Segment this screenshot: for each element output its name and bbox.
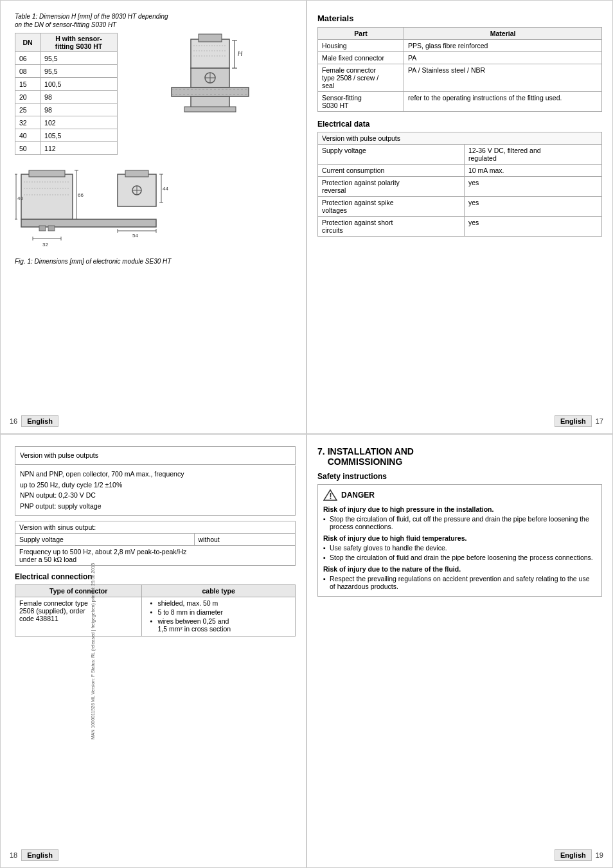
electrical-table: Version with pulse outputs Supply voltag… — [317, 132, 602, 237]
bullet-shielded: shielded, max. 50 m — [150, 599, 291, 607]
danger-bullet-1-1: Stop the circulation of fluid, cut off t… — [323, 515, 596, 530]
table-row: Current consumption 10 mA max. — [318, 165, 602, 177]
page-footer-left: 16 English — [10, 415, 58, 427]
sinus-header-row: Version with sinus output: — [15, 521, 296, 533]
language-badge: English — [555, 849, 592, 861]
col-cable-type: cable type — [142, 584, 296, 597]
fig-caption: Fig. 1: Dimensions [mm] of electronic mo… — [15, 258, 296, 265]
language-badge: English — [21, 849, 58, 861]
pulse-outputs-box: Version with pulse outputs — [15, 446, 296, 465]
table-row: 40105,5 — [15, 129, 118, 142]
dn-table: DN H with sensor-fitting S030 HT 0695,5 … — [15, 33, 118, 155]
elec-section-header: Version with pulse outputs — [318, 132, 602, 145]
col-connector-type: Type of connector — [15, 584, 142, 597]
svg-text:54: 54 — [132, 233, 138, 239]
svg-rect-17 — [184, 107, 236, 112]
svg-text:32: 32 — [42, 242, 48, 248]
svg-text:!: ! — [330, 492, 332, 501]
bullet-wires: wires between 0,25 and1,5 mm² in cross s… — [150, 617, 291, 633]
danger-heading-1: Risk of injury due to high pressure in t… — [323, 505, 596, 513]
table-row: 2098 — [15, 91, 118, 104]
danger-header: ! DANGER — [323, 489, 596, 502]
danger-bullet-2-1: Use safety gloves to handle the device. — [323, 544, 596, 552]
danger-bullet-2-2: Stop the circulation of fluid and drain … — [323, 554, 596, 561]
table-row: Protection against polarityreversal yes — [318, 177, 602, 197]
pulse-line2: up to 250 Hz, duty cycle 1/2 ±10% — [20, 480, 290, 491]
danger-bullet-3-1: Respect the prevailing regulations on ac… — [323, 575, 596, 590]
table-caption: Table 1: Dimension H [mm] of the 8030 HT… — [15, 12, 296, 29]
svg-text:H: H — [238, 50, 243, 57]
safety-title: Safety instructions — [317, 472, 602, 481]
danger-triangle-icon: ! — [323, 489, 337, 502]
pulse-line1: NPN and PNP, open collector, 700 mA max.… — [20, 469, 290, 480]
table-row: 2598 — [15, 104, 118, 116]
page-number: 19 — [596, 851, 603, 859]
table-row: Male fixed connector PA — [318, 52, 602, 64]
svg-rect-1 — [199, 34, 222, 42]
h-col-header: H with sensor-fitting S030 HT — [40, 33, 118, 52]
danger-heading-2: Risk of injury due to high fluid tempera… — [323, 534, 596, 542]
table-row: Protection against spikevoltages yes — [318, 197, 602, 217]
svg-text:66: 66 — [78, 192, 84, 198]
page-3: MAN 1000011526 ML Version: F Status: RL … — [0, 434, 306, 868]
dim-svg: 40 66 44 — [15, 168, 208, 251]
materials-title: Materials — [317, 14, 602, 23]
table-row: 32102 — [15, 116, 118, 129]
svg-rect-32 — [125, 170, 148, 177]
pulse-line4: PNP output: supply voltage — [20, 501, 290, 512]
page-footer-right: English 17 — [555, 415, 603, 427]
page-number: 18 — [10, 851, 17, 859]
page-number: 16 — [10, 417, 17, 425]
language-badge: English — [21, 415, 58, 427]
conn-title: Electrical connection — [15, 572, 296, 581]
sinus-freq-row: Frequency up to 500 Hz, about 2,8 mV pea… — [15, 545, 296, 565]
sensor-diagram: H — [124, 33, 296, 161]
page-2: Materials Part Material Housing PPS, gla… — [306, 0, 613, 434]
col-material: Material — [404, 28, 602, 40]
sinus-supply-row: Supply voltage without — [15, 533, 296, 545]
svg-rect-18 — [21, 174, 73, 219]
svg-text:44: 44 — [163, 186, 168, 192]
pulse-label: Version with pulse outputs — [20, 450, 290, 461]
table-row: Female connector type2508 (supplied), or… — [15, 597, 296, 636]
bottom-diagram: 40 66 44 — [15, 168, 296, 253]
dn-col-header: DN — [15, 33, 40, 52]
col-part: Part — [318, 28, 404, 40]
bullet-diameter: 5 to 8 mm in diameter — [150, 608, 291, 616]
sidebar-text: MAN 1000011526 ML Version: F Status: RL … — [91, 563, 95, 739]
electrical-title: Electrical data — [317, 120, 602, 129]
connector-table: Type of connector cable type Female conn… — [15, 584, 296, 637]
table-row: Sensor-fittingS030 HT refer to the opera… — [318, 92, 602, 112]
pulse-line3: NPN output: 0,2-30 V DC — [20, 490, 290, 501]
table-row: Protection against shortcircuits yes — [318, 217, 602, 237]
table-row: 0895,5 — [15, 65, 118, 78]
page-1: Table 1: Dimension H [mm] of the 8030 HT… — [0, 0, 306, 434]
table-row: Supply voltage 12-36 V DC, filtered andr… — [318, 145, 602, 165]
materials-table: Part Material Housing PPS, glass fibre r… — [317, 27, 602, 112]
language-badge: English — [555, 415, 592, 427]
sinus-table: Version with sinus output: Supply voltag… — [15, 521, 296, 566]
section-title: INSTALLATION ANDCOMMISSIONING — [328, 446, 414, 467]
svg-rect-49 — [39, 226, 46, 231]
table-row: Female connectortype 2508 / screw /seal … — [318, 64, 602, 92]
page-footer-right: English 19 — [555, 849, 603, 861]
svg-rect-50 — [48, 226, 55, 231]
table-row: 50112 — [15, 142, 118, 155]
page-4: 7. INSTALLATION ANDCOMMISSIONING Safety … — [306, 434, 613, 868]
page-footer-left: 18 English — [10, 849, 58, 861]
danger-heading-3: Risk of injury due to the nature of the … — [323, 565, 596, 573]
danger-label: DANGER — [341, 491, 375, 500]
page-number: 17 — [596, 417, 603, 425]
danger-box: ! DANGER Risk of injury due to high pres… — [317, 484, 602, 597]
svg-rect-0 — [191, 39, 229, 68]
svg-rect-13 — [172, 87, 249, 96]
cable-bullets: shielded, max. 50 m 5 to 8 mm in diamete… — [146, 599, 291, 633]
section-number: 7. — [317, 446, 325, 457]
table-row: 15100,5 — [15, 78, 118, 91]
svg-text:40: 40 — [17, 195, 23, 201]
table-row: Housing PPS, glass fibre reinforced — [318, 40, 602, 52]
svg-rect-19 — [29, 170, 65, 177]
sensor-svg: H — [152, 33, 268, 161]
pulse-content-box: NPN and PNP, open collector, 700 mA max.… — [15, 466, 296, 516]
table-row: 0695,5 — [15, 52, 118, 65]
